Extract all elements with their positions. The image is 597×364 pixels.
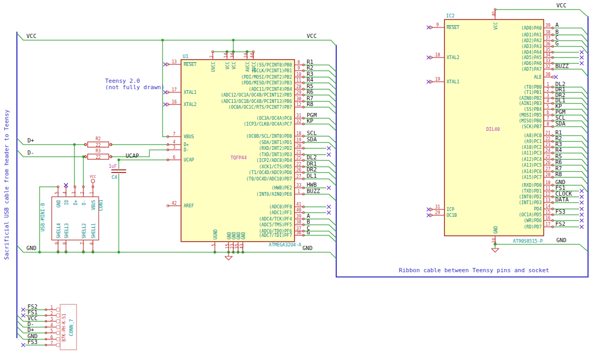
pin-text: (T1/OC4D/ADC9)PD6 <box>249 170 292 175</box>
pin-text: 8 <box>63 242 68 245</box>
pin-text: 1 <box>298 189 300 194</box>
no-connect-icon <box>327 186 331 190</box>
pin-text: RESET <box>447 25 459 30</box>
no-connect-icon <box>22 314 25 318</box>
pin-line <box>329 219 336 226</box>
pin-line <box>329 77 336 84</box>
pin-text: VCC <box>494 22 498 30</box>
pin-text: 4 <box>173 140 176 145</box>
pin-text: 12 <box>545 192 551 197</box>
pin-text: 4 <box>547 99 549 103</box>
pin-text: GND <box>241 232 246 240</box>
pin-text: (MOSI)PB5 <box>519 113 542 118</box>
pin-text: 13 <box>545 198 551 203</box>
pin-text: 21 <box>296 150 301 155</box>
pin-text: (AD4)PA4 <box>521 50 542 55</box>
pin-text: 1 <box>51 305 53 310</box>
net-label: HWB <box>307 181 317 188</box>
net-label: UCAP <box>126 152 139 159</box>
pin-text: 3 <box>547 93 549 98</box>
pin-text: 17 <box>172 88 177 92</box>
ic2-gnd-wire <box>495 244 588 252</box>
pin-text: 8 <box>547 122 549 127</box>
pin-text: (ADC0)PF0 <box>269 205 292 209</box>
net-label: A <box>555 22 559 28</box>
pin-text: XTAL1 <box>447 80 459 84</box>
pin-text: 33 <box>545 59 551 63</box>
pin-text: (RXD/INT2)PD2 <box>259 146 292 151</box>
pin-text: 3 <box>173 145 176 150</box>
pin-text: (AD7)PA7 <box>521 67 542 72</box>
pin-text: (ADC11/PCINT4)PB4 <box>249 87 292 92</box>
net-label: R8 <box>555 171 562 177</box>
pin-line <box>329 173 336 179</box>
pin-text: (ICP2/ADC8)PD4 <box>257 158 292 163</box>
pin-text: 31 <box>435 205 440 209</box>
pin-line <box>329 124 336 131</box>
pin-line <box>582 141 588 149</box>
ucap-wire <box>119 160 168 252</box>
schematic-svg: U1 TQFP44 ATMEGA32U4-A IC2 DIL40 AT90S85… <box>0 0 597 364</box>
pin-text: 5 <box>55 191 60 194</box>
pin-text: UCAP <box>184 158 194 162</box>
pin-text: (INT0)PD2 <box>519 195 542 199</box>
no-connect-icon <box>22 308 25 312</box>
pin-text: VCC <box>225 62 230 70</box>
no-connect-icon <box>22 343 25 347</box>
pin-text: ICP <box>447 207 454 212</box>
ic2-part: AT90S8515-P <box>513 238 543 244</box>
pin-line <box>329 167 336 174</box>
no-connect-icon <box>327 205 331 209</box>
net-label: G <box>307 229 310 235</box>
pin-text: 5 <box>212 244 216 246</box>
pin-text: (ADC1)PF1 <box>269 210 292 215</box>
pin-line <box>582 165 588 173</box>
note-left-cable: Sacrificial USB cable from header to Tee… <box>3 109 10 260</box>
pin-text: 29 <box>296 90 301 95</box>
note-teensy-line2: (not fully drawn) <box>105 84 165 91</box>
net-label: R6 <box>555 159 562 165</box>
pin-text: 16 <box>172 100 177 104</box>
pin-text: (ICP3/CLK0/OC4A)PC7 <box>243 122 292 127</box>
pin-text: 18 <box>296 131 301 136</box>
pin-text: 19 <box>296 138 301 142</box>
net-label: FS2 <box>555 221 565 227</box>
pin-text: VBUS <box>184 135 194 139</box>
ic2-value: DIL40 <box>486 127 500 132</box>
schematic-canvas[interactable]: U1 TQFP44 ATMEGA32U4-A IC2 DIL40 AT90S85… <box>0 0 597 364</box>
pin-line <box>582 147 588 155</box>
pin-text: (ADC12/OC1A/OC4B/PCINT12)PB5 <box>221 93 292 98</box>
pin-text: (ADC5/TMS)PF5 <box>259 223 292 227</box>
pin-text: (MISO)PB6 <box>519 119 542 123</box>
capacitor-c4[interactable] <box>111 170 126 173</box>
pin-text: 10 <box>545 180 551 185</box>
pin-line <box>582 153 588 160</box>
pin-text: ALE <box>534 75 542 80</box>
pin-text: 30 <box>545 72 551 77</box>
pin-line <box>582 177 588 185</box>
pin-text: (ADC7/TDI)PF7 <box>259 233 292 238</box>
pin-text: 27 <box>296 174 301 179</box>
pin-text: GND <box>494 226 498 234</box>
pin-text: 38 <box>545 30 551 35</box>
net-label: GND <box>302 245 312 251</box>
vcc-top-pins-wire <box>213 40 253 52</box>
pin-text: (AD1)PA1 <box>521 33 542 37</box>
pin-text: 26 <box>296 168 301 173</box>
pin-text: 28 <box>545 173 551 177</box>
pin-text: 2 <box>210 55 214 58</box>
pin-line <box>329 136 336 143</box>
pin-text: 40 <box>296 208 301 213</box>
pin-line <box>582 41 588 48</box>
pin-text: (HWB)PE2 <box>271 186 292 190</box>
connector-pad <box>56 325 60 329</box>
pin-text: SHELL2 <box>82 223 87 238</box>
connector-pad <box>56 343 60 347</box>
connector-pad <box>56 308 60 312</box>
pin-text: 2 <box>80 191 85 194</box>
pin-text: GND <box>227 232 232 240</box>
pin-text: 7 <box>547 116 549 121</box>
gnd-symbol-ic2 <box>491 248 499 252</box>
no-connect-icon <box>580 62 584 65</box>
pin-text: 13 <box>172 60 177 64</box>
